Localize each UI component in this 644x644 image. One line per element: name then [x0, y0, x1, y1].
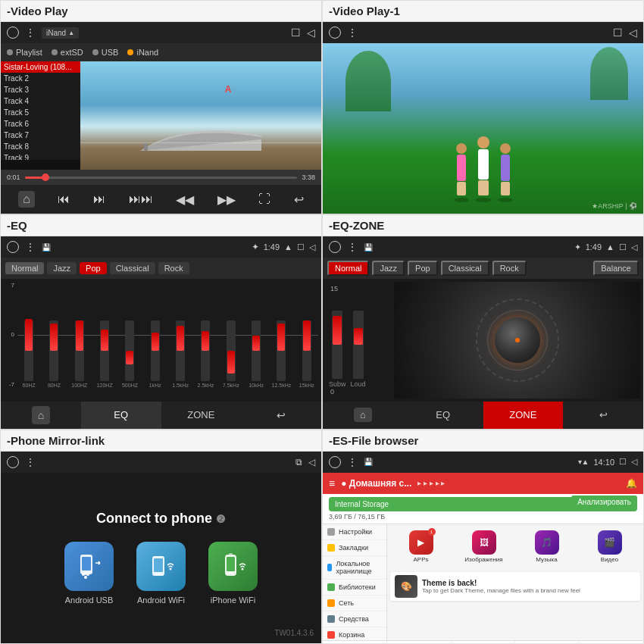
esfile-sidebar-tools[interactable]: Средства: [323, 611, 386, 627]
eqzone-preset-jazz[interactable]: Jazz: [372, 261, 405, 276]
eq-preset-pop[interactable]: Pop: [80, 262, 107, 274]
vp-file-item-4[interactable]: Track 4: [1, 95, 80, 107]
eqzone-square-icon[interactable]: ☐: [619, 242, 627, 252]
eq-dots-btn[interactable]: ⋮: [25, 241, 36, 253]
eqzone-preset-pop[interactable]: Pop: [408, 261, 438, 276]
esfile-sidebar-library[interactable]: Библиотеки: [323, 580, 386, 596]
eq-bar-15khz[interactable]: 1.5kHz: [169, 320, 192, 388]
eq-bar-125khz[interactable]: 12.5kHz: [270, 320, 292, 388]
inand-dropdown[interactable]: iNand ▲: [42, 27, 79, 39]
vp-fullscreen-btn[interactable]: ⛶: [258, 192, 270, 206]
eqzone-preset-normal[interactable]: Normal: [327, 261, 369, 276]
esfile-circle-btn[interactable]: [329, 456, 341, 468]
vp1-square-icon[interactable]: ☐: [613, 27, 623, 39]
eq-square-icon[interactable]: ☐: [297, 242, 305, 252]
eq-bar-60hz[interactable]: 60HZ: [17, 320, 40, 388]
esfile-analyze-btn[interactable]: Анализировать: [571, 496, 637, 508]
esfile-sidebar-network[interactable]: Сеть: [323, 596, 386, 611]
pl-inand[interactable]: iNand: [127, 48, 158, 57]
eqzone-home-btn[interactable]: ⌂: [323, 402, 403, 429]
eq-preset-normal[interactable]: Normal: [5, 262, 44, 274]
esfile-menu-icon[interactable]: ≡: [329, 477, 335, 489]
eqzone-circle-btn[interactable]: [329, 241, 341, 253]
eq-bar-15khz2[interactable]: 15kHz: [295, 320, 318, 388]
eqzone-dots-btn[interactable]: ⋮: [347, 241, 358, 253]
eq-bar-120hz[interactable]: 120HZ: [93, 320, 116, 388]
vp-file-item-active[interactable]: Sistar-Loving (108...: [1, 61, 80, 73]
esfile-app-apps[interactable]: ▶ 1 APPs: [390, 527, 452, 566]
vp-home-btn[interactable]: ⌂: [18, 191, 35, 208]
vp-back-ctrl-btn[interactable]: ↩: [294, 192, 304, 207]
eq-bar-80hz[interactable]: 80HZ: [42, 320, 65, 388]
eqzone-back-icon[interactable]: ◁: [631, 242, 637, 252]
phone-help-icon[interactable]: ❷: [216, 513, 226, 525]
vp-skip-btn[interactable]: ⏭⏭: [129, 192, 153, 206]
eqzone-fader-loud[interactable]: Loud: [351, 311, 366, 388]
vp-file-item-7[interactable]: Track 7: [1, 130, 80, 141]
eq-bar-100hz[interactable]: 100HZ: [68, 320, 91, 388]
esfile-app-images[interactable]: 🖼 Изображения: [453, 527, 514, 566]
esfile-dots-btn[interactable]: ⋮: [347, 456, 358, 468]
eq-tab-eq[interactable]: EQ: [81, 402, 161, 429]
esfile-sidebar-settings[interactable]: Настройки: [323, 524, 386, 540]
eq-tab-zone[interactable]: ZONE: [161, 402, 242, 429]
eq-bar-1khz[interactable]: 1kHz: [144, 320, 167, 388]
eqzone-preset-rock[interactable]: Rock: [492, 261, 527, 276]
eqzone-fader-subw[interactable]: Subw: [329, 311, 346, 388]
eq-back-icon[interactable]: ◁: [309, 242, 315, 252]
esfile-btn-sort[interactable]: ⇅ Сортировка: [515, 641, 580, 644]
vp-progress-track[interactable]: [25, 177, 298, 179]
eqzone-save-icon[interactable]: 💾: [364, 243, 373, 252]
eqzone-back-btn[interactable]: ↩: [563, 402, 643, 429]
vp1-back-icon[interactable]: ◁: [629, 27, 637, 39]
eq-preset-jazz[interactable]: Jazz: [47, 262, 77, 274]
vp-circle-btn[interactable]: [7, 27, 19, 39]
eq-circle-btn[interactable]: [7, 241, 19, 253]
eq-save-icon[interactable]: 💾: [42, 243, 51, 252]
eq-bar-10khz[interactable]: 10kHz: [245, 320, 267, 388]
vp1-dots-btn[interactable]: ⋮: [347, 27, 358, 39]
vp-file-item-2[interactable]: Track 2: [1, 73, 80, 84]
eqzone-balance-btn[interactable]: Balance: [593, 261, 639, 276]
eq-preset-rock[interactable]: Rock: [158, 262, 189, 274]
vp-rew-btn[interactable]: ◀◀: [176, 192, 194, 207]
vp-ff-btn[interactable]: ▶▶: [217, 192, 236, 207]
esfile-sidebar-trash[interactable]: Корзина: [323, 627, 386, 640]
phone-back-icon[interactable]: ◁: [308, 457, 315, 467]
phone-circle-btn[interactable]: [7, 456, 19, 468]
eqzone-preset-classical[interactable]: Classical: [441, 261, 489, 276]
pl-usb[interactable]: USB: [92, 48, 119, 57]
esfile-btn-create[interactable]: + Создать: [323, 641, 387, 644]
vp-file-item-9[interactable]: Track 9: [1, 152, 80, 160]
esfile-sidebar-bookmarks[interactable]: Закладки: [323, 540, 386, 556]
vp-file-item-3[interactable]: Track 3: [1, 84, 80, 95]
esfile-notification-icon[interactable]: 🔔: [626, 478, 637, 489]
esfile-square-icon[interactable]: ☐: [619, 457, 627, 467]
android-usb-icon-box[interactable]: [64, 542, 114, 591]
esfile-btn-view[interactable]: ⊞ Вид: [452, 641, 516, 644]
vp-file-item-8[interactable]: Track 8: [1, 141, 80, 152]
eq-back-btn[interactable]: ↩: [241, 402, 321, 429]
eqzone-tab-eq[interactable]: EQ: [403, 402, 483, 429]
vp-next-btn[interactable]: ⏭: [93, 192, 105, 206]
pl-extsd[interactable]: extSD: [52, 48, 83, 57]
pl-playlist[interactable]: Playlist: [7, 48, 42, 57]
esfile-back-icon[interactable]: ◁: [631, 457, 637, 467]
esfile-theme-card[interactable]: 🎨 Theme is back! Tap to get Dark Theme, …: [390, 572, 640, 601]
eqzone-tab-zone[interactable]: ZONE: [483, 402, 564, 429]
eq-home-btn[interactable]: ⌂: [1, 402, 81, 429]
esfile-sidebar-local[interactable]: Локальное хранилище: [323, 556, 386, 580]
eqzone-dial[interactable]: [495, 317, 540, 363]
eq-preset-classical[interactable]: Classical: [110, 262, 155, 274]
esfile-app-music[interactable]: 🎵 Музыка: [516, 527, 577, 566]
iphone-wifi-icon-box[interactable]: [208, 542, 258, 591]
phone-screencast-icon[interactable]: ⧉: [295, 457, 302, 467]
vp-dots-btn[interactable]: ⋮: [25, 27, 36, 39]
esfile-app-video[interactable]: 🎬 Видео: [579, 527, 640, 566]
vp-square-icon[interactable]: ☐: [291, 27, 301, 39]
vp-back-icon[interactable]: ◁: [307, 27, 315, 39]
esfile-btn-history[interactable]: ⏱ История: [580, 641, 643, 644]
eq-bar-500hz[interactable]: 500HZ: [118, 320, 141, 388]
vp-file-item-6[interactable]: Track 6: [1, 118, 80, 130]
vp-file-item-5[interactable]: Track 5: [1, 107, 80, 118]
